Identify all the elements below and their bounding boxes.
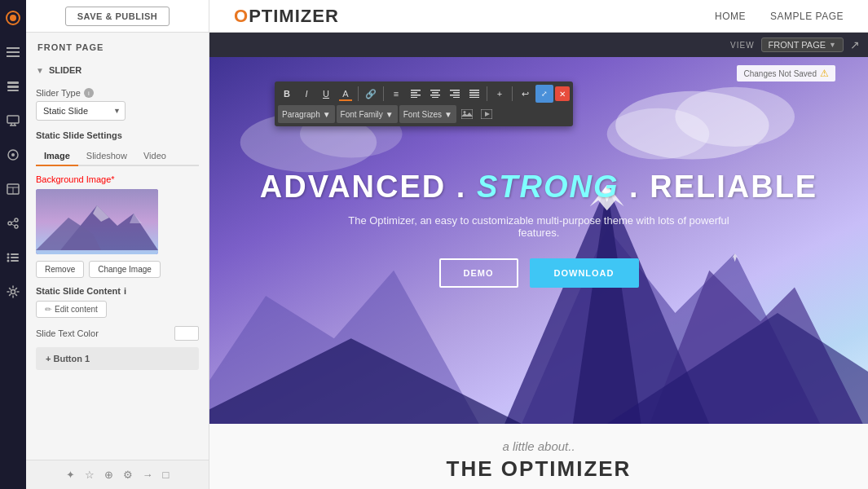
slider-arrow-icon: ▼: [36, 66, 44, 75]
svg-rect-53: [411, 97, 417, 98]
below-hero-section: a little about.. THE OPTIMIZER: [209, 424, 868, 489]
svg-line-21: [11, 224, 15, 226]
image-insert-button[interactable]: [458, 105, 476, 123]
svg-rect-27: [11, 260, 19, 262]
svg-rect-6: [7, 86, 19, 88]
view-dropdown[interactable]: FRONT PAGE ▼: [761, 37, 844, 52]
button1-section[interactable]: + Button 1: [36, 347, 199, 370]
toolbar-separator-3: [487, 86, 487, 101]
site-logo: OPTIMIZER: [234, 6, 339, 27]
about-text: a little about..: [502, 439, 575, 453]
pencil-icon: ✏: [45, 305, 51, 314]
add-circle-icon[interactable]: ⊕: [104, 469, 113, 481]
slider-section-header[interactable]: ▼ SLIDER: [36, 59, 199, 82]
expand-button[interactable]: ⤢: [535, 85, 553, 103]
align-right-button[interactable]: [446, 85, 464, 103]
edit-content-button[interactable]: ✏ Edit content: [36, 301, 107, 318]
undo-button[interactable]: ↩: [516, 85, 534, 103]
align-center-button[interactable]: [426, 85, 444, 103]
logo-icon[interactable]: [3, 8, 23, 28]
underline-button[interactable]: U: [317, 85, 335, 103]
gear-icon[interactable]: ⚙: [123, 469, 133, 481]
hero-buttons: DEMO DOWNLOAD: [439, 258, 639, 288]
svg-point-24: [7, 257, 10, 259]
left-panel: SAVE & PUBLISH FRONT PAGE ▼ SLIDER Slide…: [26, 0, 209, 489]
hero-download-button[interactable]: DOWNLOAD: [530, 258, 639, 288]
bookmark-icon[interactable]: ☆: [85, 469, 95, 481]
slide-text-color-row: Slide Text Color: [36, 326, 199, 341]
link-button[interactable]: 🔗: [362, 85, 380, 103]
font-family-dropdown[interactable]: Font Family ▼: [337, 105, 398, 123]
nav-sample-page[interactable]: SAMPLE PAGE: [770, 11, 844, 22]
plus-button[interactable]: +: [491, 85, 509, 103]
paragraph-dropdown[interactable]: Paragraph ▼: [278, 105, 335, 123]
svg-line-20: [11, 221, 15, 222]
logo-rest: PTIMIZER: [249, 6, 339, 26]
list-icon[interactable]: [3, 248, 23, 267]
svg-point-1: [10, 15, 16, 21]
font-family-arrow-icon: ▼: [386, 110, 394, 119]
change-image-button[interactable]: Change Image: [89, 261, 161, 278]
italic-button[interactable]: I: [297, 85, 315, 103]
nav-links: HOME SAMPLE PAGE: [715, 11, 844, 22]
svg-rect-66: [461, 109, 473, 119]
svg-rect-7: [7, 90, 19, 91]
changes-not-saved-badge: Changes Not Saved ⚠: [737, 65, 835, 82]
logo-o: O: [234, 6, 249, 26]
svg-point-18: [8, 222, 11, 225]
top-bar-left: SAVE & PUBLISH: [26, 0, 209, 33]
svg-point-67: [463, 111, 465, 113]
layers-icon[interactable]: [3, 77, 23, 96]
menu-icon[interactable]: [3, 42, 23, 62]
tab-video[interactable]: Video: [135, 147, 174, 166]
settings-gear-icon[interactable]: [3, 282, 23, 302]
external-link-icon[interactable]: ↗: [850, 38, 860, 51]
align-justify-button[interactable]: [465, 85, 483, 103]
svg-rect-52: [411, 95, 421, 96]
slide-text-color-swatch[interactable]: [174, 326, 199, 341]
svg-rect-62: [469, 90, 479, 91]
svg-rect-55: [432, 92, 438, 94]
circle-icon[interactable]: [3, 145, 23, 165]
svg-rect-8: [7, 116, 19, 123]
image-buttons-row: Remove Change Image: [36, 261, 199, 278]
color-underline: [339, 99, 352, 101]
optimizer-title: THE OPTIMIZER: [447, 456, 632, 482]
panel-content: ▼ SLIDER Slider Type i Static Slide Slid…: [26, 59, 209, 460]
arrow-icon[interactable]: →: [143, 469, 153, 481]
remove-image-button[interactable]: Remove: [36, 261, 84, 278]
media-button[interactable]: [478, 105, 496, 123]
svg-point-17: [15, 218, 18, 222]
svg-rect-56: [430, 95, 440, 96]
bold-button[interactable]: B: [278, 85, 296, 103]
svg-marker-70: [485, 112, 490, 117]
static-content-info-icon: i: [124, 286, 126, 296]
screen-icon[interactable]: □: [163, 469, 170, 481]
main-area: OPTIMIZER HOME SAMPLE PAGE VIEW FRONT PA…: [209, 0, 868, 489]
paragraph-arrow-icon: ▼: [323, 110, 331, 119]
save-publish-button[interactable]: SAVE & PUBLISH: [65, 7, 170, 26]
table-icon[interactable]: [3, 179, 23, 199]
monitor-icon[interactable]: [3, 111, 23, 130]
svg-rect-58: [450, 90, 460, 91]
list-button[interactable]: ≡: [387, 85, 405, 103]
tab-image[interactable]: Image: [36, 147, 78, 166]
star-icon[interactable]: ✦: [66, 469, 75, 481]
align-left-button[interactable]: [407, 85, 425, 103]
svg-rect-61: [453, 97, 460, 98]
nav-home[interactable]: HOME: [715, 11, 746, 22]
hero-demo-button[interactable]: DEMO: [439, 258, 518, 288]
site-nav-bar: OPTIMIZER HOME SAMPLE PAGE: [209, 0, 868, 33]
slider-type-select[interactable]: Static Slide Slideshow Video: [36, 101, 126, 121]
tab-slideshow[interactable]: Slideshow: [78, 147, 135, 166]
slider-type-select-wrapper[interactable]: Static Slide Slideshow Video: [36, 101, 126, 121]
font-size-dropdown[interactable]: Font Sizes ▼: [399, 105, 456, 123]
svg-rect-51: [411, 92, 417, 94]
font-size-label: Font Sizes: [403, 110, 442, 119]
svg-rect-2: [7, 47, 20, 49]
toolbar-close-button[interactable]: ✕: [555, 86, 570, 101]
panel-title: FRONT PAGE: [26, 33, 209, 59]
share-icon[interactable]: [3, 214, 23, 233]
svg-rect-63: [469, 92, 479, 94]
font-color-button[interactable]: A: [337, 85, 355, 103]
